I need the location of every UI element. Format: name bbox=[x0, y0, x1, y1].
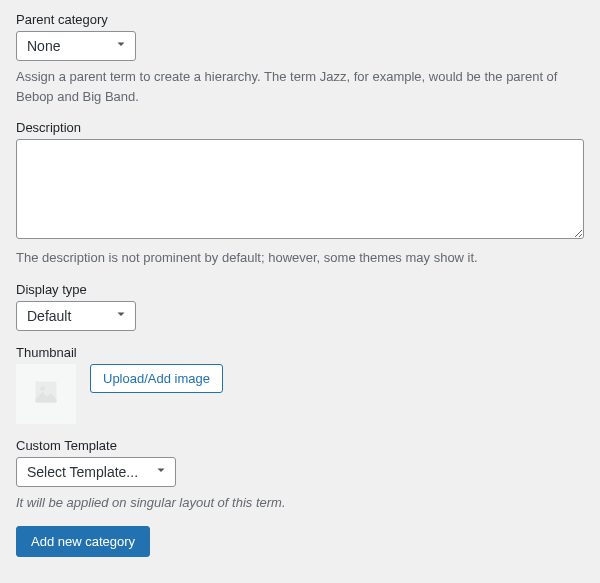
custom-template-select[interactable]: Select Template... bbox=[16, 457, 176, 487]
parent-category-field: Parent category None Assign a parent ter… bbox=[16, 12, 584, 106]
thumbnail-row: Upload/Add image bbox=[16, 364, 584, 424]
display-type-select[interactable]: Default bbox=[16, 301, 136, 331]
parent-category-label: Parent category bbox=[16, 12, 584, 27]
display-type-select-wrap: Default bbox=[16, 301, 136, 331]
description-textarea[interactable] bbox=[16, 139, 584, 239]
submit-row: Add new category bbox=[16, 526, 584, 557]
thumbnail-label: Thumbnail bbox=[16, 345, 584, 360]
display-type-label: Display type bbox=[16, 282, 584, 297]
custom-template-field: Custom Template Select Template... It wi… bbox=[16, 438, 584, 513]
parent-category-select-wrap: None bbox=[16, 31, 136, 61]
parent-category-select[interactable]: None bbox=[16, 31, 136, 61]
display-type-field: Display type Default bbox=[16, 282, 584, 331]
description-label: Description bbox=[16, 120, 584, 135]
image-placeholder-icon bbox=[32, 378, 60, 409]
parent-category-help: Assign a parent term to create a hierarc… bbox=[16, 67, 584, 106]
add-new-category-button[interactable]: Add new category bbox=[16, 526, 150, 557]
thumbnail-placeholder bbox=[16, 364, 76, 424]
description-field: Description The description is not promi… bbox=[16, 120, 584, 268]
upload-image-button[interactable]: Upload/Add image bbox=[90, 364, 223, 393]
custom-template-help: It will be applied on singular layout of… bbox=[16, 493, 584, 513]
custom-template-label: Custom Template bbox=[16, 438, 584, 453]
thumbnail-field: Thumbnail Upload/Add image bbox=[16, 345, 584, 424]
custom-template-select-wrap: Select Template... bbox=[16, 457, 176, 487]
description-help: The description is not prominent by defa… bbox=[16, 248, 584, 268]
svg-point-1 bbox=[40, 386, 45, 391]
